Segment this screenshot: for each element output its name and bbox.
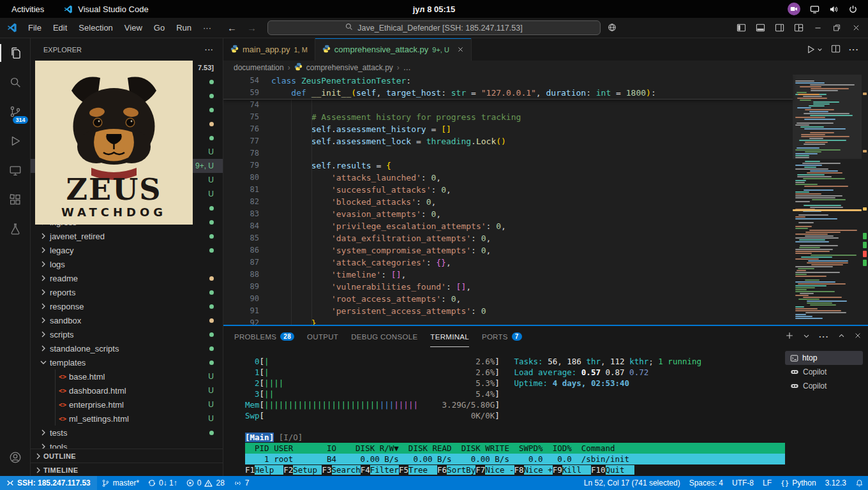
menu-item-file[interactable]: File <box>22 18 47 38</box>
sync-changes-indicator[interactable]: 0↓ 1↑ <box>144 476 182 490</box>
command-center-search[interactable]: Jave_Ethical_Defender [SSH: 185.247.117.… <box>267 20 601 35</box>
code-line[interactable]: 79 self.results = { <box>223 160 793 172</box>
code-line[interactable]: 75 # Assessment history for progress tra… <box>223 111 793 123</box>
terminal-list-item[interactable]: Copilot <box>785 365 863 379</box>
focused-app-indicator[interactable]: Visual Studio Code <box>56 4 156 14</box>
activity-remote-explorer-button[interactable] <box>0 156 31 185</box>
tree-item[interactable]: templates <box>31 355 223 369</box>
tree-item[interactable]: sandbox <box>31 313 223 327</box>
nav-forward-icon[interactable]: → <box>247 22 257 33</box>
notifications-bell[interactable] <box>851 476 868 490</box>
code-line[interactable]: 84 'privilege_escalation_attempts': 0, <box>223 220 793 232</box>
editor-more-actions-icon[interactable]: ··· <box>849 45 859 54</box>
code-line[interactable]: 81 'successful_attacks': 0, <box>223 184 793 196</box>
code-line[interactable]: 82 'blocked_attacks': 0, <box>223 196 793 208</box>
code-viewport[interactable]: 7475 # Assessment history for progress t… <box>223 99 793 325</box>
tree-item[interactable]: <>base.htmlU <box>31 369 223 383</box>
outline-section-header[interactable]: OUTLINE <box>31 449 223 463</box>
new-terminal-icon[interactable] <box>785 331 794 342</box>
panel-tab-debug-console[interactable]: DEBUG CONSOLE <box>351 326 417 347</box>
htop-process-row[interactable]: 1 root B4 0.00 B/s 0.00 B/s 0.00 B/s 0.0… <box>245 454 785 464</box>
tree-item[interactable]: <>dashboard.htmlU <box>31 383 223 397</box>
customize-layout-icon[interactable] <box>789 19 808 38</box>
screen-record-indicator[interactable] <box>788 3 800 15</box>
panel-more-actions-icon[interactable]: ··· <box>819 332 829 341</box>
minimize-button[interactable] <box>808 19 827 38</box>
panel-tab-problems[interactable]: PROBLEMS28 <box>234 326 294 347</box>
git-branch-indicator[interactable]: master* <box>97 476 144 490</box>
code-line[interactable]: 88 'timeline': [], <box>223 269 793 281</box>
restore-button[interactable] <box>827 19 846 38</box>
remote-indicator[interactable]: SSH: 185.247.117.53 <box>0 476 97 490</box>
tab-close-icon[interactable] <box>457 46 464 53</box>
terminal-list-item[interactable]: Copilot <box>785 379 863 393</box>
menu-item-[interactable]: ··· <box>197 18 217 38</box>
code-line[interactable]: 77 self.assessment_lock = threading.Lock… <box>223 135 793 147</box>
editor-tab[interactable]: main_app.py1, M <box>223 38 315 61</box>
eol-indicator[interactable]: LF <box>758 476 776 490</box>
menu-item-selection[interactable]: Selection <box>73 18 118 38</box>
encoding-indicator[interactable]: UTF-8 <box>728 476 758 490</box>
maximize-panel-icon[interactable] <box>838 332 845 341</box>
tree-item[interactable]: readme <box>31 271 223 285</box>
problems-indicator[interactable]: 0 28 <box>182 476 229 490</box>
code-line[interactable]: 83 'evasion_attempts': 0, <box>223 208 793 220</box>
activity-source-control-button[interactable]: 314 <box>0 97 31 126</box>
code-line[interactable]: 92 } <box>223 317 793 325</box>
breadcrumb-item[interactable]: documentation <box>234 63 284 72</box>
cursor-position-indicator[interactable]: Ln 52, Col 17 (741 selected) <box>580 476 685 490</box>
split-editor-icon[interactable] <box>831 44 841 56</box>
python-interpreter-indicator[interactable]: 3.12.3 <box>821 476 851 490</box>
menu-item-run[interactable]: Run <box>170 18 197 38</box>
panel-tab-terminal[interactable]: TERMINAL <box>430 326 469 347</box>
language-mode-indicator[interactable]: {}Python <box>776 476 821 490</box>
code-line[interactable]: 80 'attacks_launched': 0, <box>223 172 793 184</box>
code-line[interactable]: 87 'attack_categories': {}, <box>223 256 793 269</box>
indentation-indicator[interactable]: Spaces: 4 <box>685 476 728 490</box>
clock[interactable]: јул 8 05:15 <box>413 4 456 14</box>
code-line[interactable]: 86 'system_compromise_attempts': 0, <box>223 244 793 256</box>
panel-tab-ports[interactable]: PORTS7 <box>482 326 522 347</box>
toggle-secondary-sidebar-icon[interactable] <box>770 19 789 38</box>
menu-item-go[interactable]: Go <box>148 18 170 38</box>
editor-tab[interactable]: comprehensive_attack.py9+, U <box>315 38 472 61</box>
terminal-output[interactable]: 0[| 2.6%] Tasks: 56, 186 thr, 112 kthr; … <box>223 347 785 476</box>
tree-item[interactable]: reports <box>31 285 223 299</box>
menu-item-edit[interactable]: Edit <box>47 18 73 38</box>
code-line[interactable]: 91 'persistent_access_attempts': 0 <box>223 305 793 317</box>
code-line[interactable]: 85 'data_exfiltration_attempts': 0, <box>223 232 793 244</box>
account-icon[interactable] <box>0 443 31 472</box>
close-panel-icon[interactable] <box>854 332 862 341</box>
timeline-section-header[interactable]: TIMELINE <box>31 463 223 476</box>
breadcrumb-item[interactable]: comprehensive_attack.py <box>306 63 393 72</box>
tree-item[interactable]: tests <box>31 426 223 440</box>
tree-item[interactable]: logs <box>31 257 223 271</box>
terminal-list-item[interactable]: htop <box>785 351 863 365</box>
power-icon[interactable] <box>848 4 858 14</box>
tree-item[interactable]: <>enterprise.htmlU <box>31 397 223 412</box>
tree-item[interactable]: javenet_retired <box>31 229 223 243</box>
activity-testing-button[interactable] <box>0 214 31 244</box>
code-line[interactable]: 59 def __init__(self, target_host: str =… <box>223 87 793 99</box>
nav-back-icon[interactable]: ← <box>227 22 237 33</box>
breadcrumb-item[interactable]: … <box>403 63 411 72</box>
tree-item[interactable]: legacy <box>31 243 223 257</box>
volume-icon[interactable] <box>829 4 839 14</box>
terminal-dropdown-icon[interactable] <box>803 332 810 341</box>
code-line[interactable]: 78 <box>223 147 793 160</box>
activity-run-debug-button[interactable] <box>0 126 31 156</box>
toggle-primary-sidebar-icon[interactable] <box>731 19 751 38</box>
activity-extensions-button[interactable] <box>0 185 31 214</box>
explorer-more-actions-icon[interactable]: ··· <box>205 46 214 54</box>
menu-item-view[interactable]: View <box>119 18 148 38</box>
panel-tab-output[interactable]: OUTPUT <box>307 326 338 347</box>
code-line[interactable]: 74 <box>223 99 793 111</box>
minimap[interactable] <box>793 75 862 325</box>
activities-button[interactable]: Activities <box>0 0 56 18</box>
toggle-panel-icon[interactable] <box>751 19 770 38</box>
screen-share-icon[interactable] <box>810 4 819 14</box>
tree-item[interactable]: standalone_scripts <box>31 341 223 355</box>
code-line[interactable]: 76 self.assessment_history = [] <box>223 123 793 135</box>
tree-item[interactable]: <>ml_settings.htmlU <box>31 412 223 426</box>
tree-item[interactable]: scripts <box>31 327 223 341</box>
